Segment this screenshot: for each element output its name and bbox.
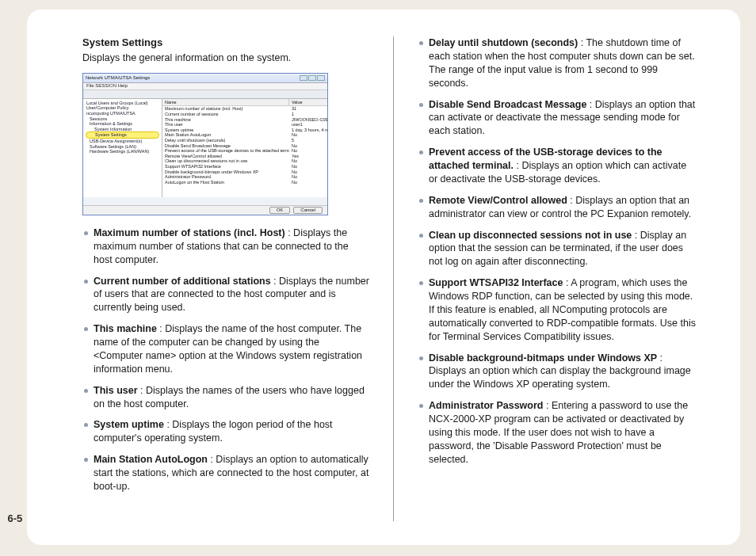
row-name: AutoLogon on the Host Station: [162, 180, 289, 185]
term: Main Station AutoLogon: [94, 454, 208, 465]
window-title: Network UTMA/UTSA Settings: [86, 75, 150, 81]
row-name: Delay until shutdown (seconds): [162, 138, 289, 143]
section-heading: System Settings: [82, 36, 369, 48]
row-name: This machine: [162, 117, 289, 123]
list-item: Disable Send Broadcast Message : Display…: [429, 98, 696, 139]
row-name: Clean up disconnected sessions not in us…: [162, 158, 289, 164]
toolbar: [83, 90, 327, 99]
dialog-footer: OK Cancel: [83, 205, 327, 215]
tree-item: Hardware Settings (LAN/WAN): [85, 149, 160, 154]
list-item: Current number of additional stations : …: [94, 275, 369, 315]
list-row: AutoLogon on the Host StationNo: [162, 180, 327, 185]
tree-item: Software Settings (LAN): [85, 144, 160, 150]
list-row: Prevent access of the USB-storage device…: [162, 148, 327, 154]
list-item: Administrator Password : Entering a pass…: [429, 399, 696, 466]
ok-button[interactable]: OK: [269, 207, 291, 214]
manual-page: System Settings Displays the general inf…: [27, 10, 740, 545]
row-value: No: [289, 174, 327, 180]
row-value: 1 day, 3 hours, 4 minutes, 52 seconds: [289, 128, 327, 133]
tree-item: System Settings: [86, 131, 159, 139]
list-item: Disable background-bitmaps under Windows…: [429, 352, 696, 392]
row-name: Main Station AutoLogon: [162, 132, 289, 138]
term: Support WTSAPI32 Interface: [429, 277, 563, 288]
menu-bar: File SESSION Help: [83, 83, 327, 90]
list-item: Delay until shutdown (seconds) : The shu…: [429, 36, 696, 90]
list-row: Current number of sessions1: [162, 112, 327, 117]
term: Disable Send Broadcast Message: [429, 99, 586, 110]
row-name: Administrator Password: [162, 174, 289, 180]
cancel-button[interactable]: Cancel: [293, 207, 323, 214]
row-name: System uptime: [162, 128, 289, 133]
col-name: Name: [162, 99, 289, 106]
definition-list-right: Delay until shutdown (seconds) : The shu…: [418, 36, 696, 467]
tree-item: Information & Settings: [85, 121, 160, 127]
list-row: Support WTSAPI32 InterfaceNo: [162, 164, 327, 169]
list-row: Administrator PasswordNo: [162, 174, 327, 180]
row-value: No: [289, 180, 327, 185]
row-value: user1: [289, 122, 327, 128]
list-row: This useruser1: [162, 122, 327, 128]
row-name: Remote View/Control allowed: [162, 154, 289, 159]
term: This user: [94, 385, 138, 396]
list-row: Disable background-bitmaps under Windows…: [162, 169, 327, 175]
tree-item: USB-Device Assignment(s): [85, 139, 160, 144]
row-value: 1: [289, 112, 327, 117]
row-value: No: [289, 164, 327, 169]
row-value: 31: [289, 106, 327, 112]
window-titlebar: Network UTMA/UTSA Settings: [83, 74, 327, 83]
row-name: This user: [162, 122, 289, 128]
row-value: No: [289, 132, 327, 138]
right-column: Delay until shutdown (seconds) : The shu…: [393, 36, 704, 521]
row-value: No: [289, 169, 327, 175]
row-value: No: [289, 158, 327, 164]
list-item: Clean up disconnected sessions not in us…: [429, 229, 696, 269]
term: Clean up disconnected sessions not in us…: [429, 230, 632, 241]
nav-tree: Local Users and Groups (Local)User/Compu…: [83, 99, 162, 197]
list-item: Prevent access of the USB-storage device…: [429, 146, 696, 186]
window-controls: [300, 75, 325, 81]
row-value: JIWOONSEO-C09EE: [289, 117, 327, 123]
term: Prevent access of the USB-storage device…: [429, 147, 662, 171]
list-row: Delay until shutdown (seconds)5: [162, 138, 327, 143]
settings-list: Name Value Maximum number of stations (i…: [162, 99, 327, 197]
tree-item: User/Computer Policy: [85, 105, 160, 111]
row-value: 5: [289, 138, 327, 143]
left-column: System Settings Displays the general inf…: [82, 36, 393, 521]
term: Remote View/Control allowed: [429, 195, 567, 206]
term: Delay until shutdown (seconds): [429, 37, 578, 48]
list-row: System uptime1 day, 3 hours, 4 minutes, …: [162, 128, 327, 133]
row-name: Current number of sessions: [162, 112, 289, 117]
row-name: Support WTSAPI32 Interface: [162, 164, 289, 169]
list-item: Support WTSAPI32 Interface : A program, …: [429, 276, 696, 343]
row-value: No: [289, 148, 327, 154]
term: Maximum number of stations (incl. Host): [94, 227, 285, 238]
list-row: Remote View/Control allowedYes: [162, 154, 327, 159]
row-value: No: [289, 143, 327, 149]
list-row: Maximum number of stations (incl. Host)3…: [162, 106, 327, 112]
term: Disable background-bitmaps under Windows…: [429, 352, 657, 364]
term: This machine: [94, 323, 157, 334]
list-row: Clean up disconnected sessions not in us…: [162, 158, 327, 164]
list-item: Main Station AutoLogon : Displays an opt…: [94, 453, 369, 493]
list-item: Remote View/Control allowed : Displays a…: [429, 194, 696, 221]
page-number: 6-5: [7, 512, 22, 524]
row-value: Yes: [289, 154, 327, 159]
term: System uptime: [94, 419, 164, 430]
row-name: Prevent access of the USB-storage device…: [162, 148, 289, 154]
definition-list-left: Maximum number of stations (incl. Host) …: [82, 227, 369, 493]
term: Administrator Password: [429, 400, 543, 411]
list-item: This user : Displays the names of the us…: [94, 384, 369, 411]
list-row: Main Station AutoLogonNo: [162, 132, 327, 138]
tree-item: ncomputing UTMA/UTSA: [85, 111, 160, 116]
list-item: System uptime : Displays the logon perio…: [94, 418, 369, 445]
tree-item: Sessions: [85, 116, 160, 122]
section-intro: Displays the general information on the …: [82, 51, 369, 65]
list-row: This machineJIWOONSEO-C09EE: [162, 117, 327, 123]
row-name: Maximum number of stations (incl. Host): [162, 106, 289, 112]
tree-item: Local Users and Groups (Local): [85, 101, 160, 106]
list-row: Disable Send Broadcast MessageNo: [162, 143, 327, 149]
row-name: Disable background-bitmaps under Windows…: [162, 169, 289, 175]
term: Current number of additional stations: [94, 276, 271, 287]
tree-item: System Information: [85, 127, 160, 132]
row-name: Disable Send Broadcast Message: [162, 143, 289, 149]
